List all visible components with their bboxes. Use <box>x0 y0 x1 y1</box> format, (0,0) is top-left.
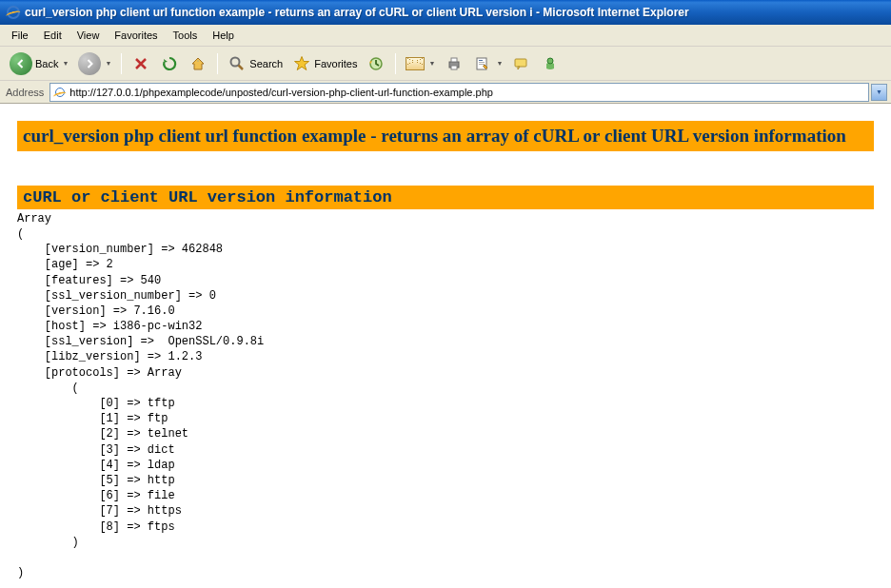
favorites-label: Favorites <box>314 58 357 69</box>
edit-icon <box>473 54 492 73</box>
search-button[interactable]: Search <box>224 52 287 75</box>
stop-button[interactable] <box>128 52 154 75</box>
search-label: Search <box>249 58 283 69</box>
mail-icon <box>406 57 425 70</box>
address-bar: Address http://127.0.0.1/phpexamplecode/… <box>0 81 891 104</box>
history-button[interactable] <box>363 52 389 75</box>
discuss-icon <box>512 54 531 73</box>
menu-favorites[interactable]: Favorites <box>107 27 165 44</box>
forward-dropdown-icon: ▼ <box>105 60 111 67</box>
window-title: curl_version php client url function exa… <box>25 6 887 19</box>
mail-button[interactable]: ▼ <box>402 55 439 72</box>
forward-button[interactable]: ▼ <box>74 50 115 77</box>
home-icon <box>188 54 208 73</box>
window-titlebar[interactable]: curl_version php client url function exa… <box>0 0 891 25</box>
favorites-button[interactable]: Favorites <box>288 52 361 75</box>
page-heading-2: cURL or client URL version information <box>17 186 874 209</box>
svg-rect-9 <box>479 64 485 65</box>
back-button[interactable]: Back ▼ <box>6 50 72 77</box>
page-heading-1: curl_version php client url function exa… <box>17 121 874 151</box>
page-viewport[interactable]: curl_version php client url function exa… <box>0 104 891 588</box>
toolbar: Back ▼ ▼ Search Favorites <box>0 47 891 81</box>
address-input[interactable]: http://127.0.0.1/phpexamplecode/unposted… <box>50 83 869 102</box>
back-icon <box>10 52 32 75</box>
messenger-icon <box>541 54 560 73</box>
edit-button[interactable]: ▼ <box>469 52 506 75</box>
menu-file[interactable]: File <box>4 27 36 44</box>
refresh-icon <box>160 54 179 73</box>
svg-rect-10 <box>515 59 526 67</box>
menu-edit[interactable]: Edit <box>36 27 69 44</box>
svg-rect-8 <box>479 62 485 63</box>
search-icon <box>228 54 247 73</box>
page-icon <box>53 86 67 99</box>
svg-rect-7 <box>479 60 483 61</box>
star-icon <box>292 54 311 73</box>
svg-point-0 <box>198 60 199 61</box>
svg-rect-5 <box>451 66 457 69</box>
back-label: Back <box>35 58 58 69</box>
toolbar-separator <box>395 53 396 74</box>
url-text: http://127.0.0.1/phpexamplecode/unposted… <box>69 87 866 98</box>
stop-icon <box>131 54 150 73</box>
print-button[interactable] <box>441 52 467 75</box>
menu-view[interactable]: View <box>69 27 108 44</box>
toolbar-separator <box>121 53 122 74</box>
forward-icon <box>78 52 101 75</box>
svg-point-1 <box>231 57 240 66</box>
edit-dropdown-icon: ▼ <box>496 60 503 67</box>
messenger-button[interactable] <box>537 52 564 75</box>
mail-dropdown-icon: ▼ <box>428 60 435 67</box>
svg-rect-4 <box>451 58 457 62</box>
php-output-pre: Array ( [version_number] => 462848 [age]… <box>17 211 874 581</box>
address-dropdown-button[interactable]: ▼ <box>871 84 887 101</box>
print-icon <box>445 54 464 73</box>
toolbar-separator <box>217 53 218 74</box>
address-label: Address <box>4 87 50 98</box>
history-icon <box>366 54 386 73</box>
discuss-button[interactable] <box>508 52 535 75</box>
refresh-button[interactable] <box>156 52 183 75</box>
ie-icon <box>6 5 21 20</box>
menu-bar: File Edit View Favorites Tools Help <box>0 25 891 47</box>
back-dropdown-icon: ▼ <box>62 60 69 67</box>
menu-tools[interactable]: Tools <box>166 27 206 44</box>
home-button[interactable] <box>185 52 211 75</box>
menu-help[interactable]: Help <box>205 27 242 44</box>
chevron-down-icon: ▼ <box>876 88 882 95</box>
